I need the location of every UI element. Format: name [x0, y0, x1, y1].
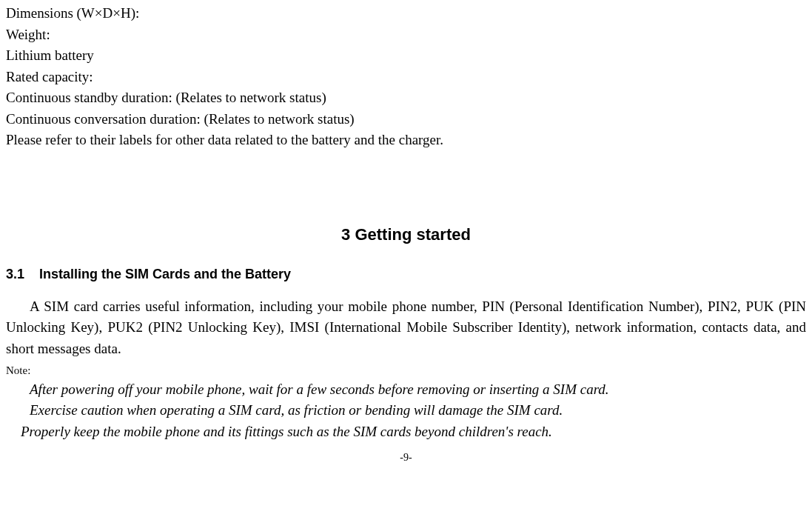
- section-title: 3.1Installing the SIM Cards and the Batt…: [6, 264, 806, 284]
- note-label: Note:: [6, 362, 806, 379]
- chapter-title: 3 Getting started: [6, 222, 806, 247]
- note-line-3: Properly keep the mobile phone and its f…: [6, 421, 806, 443]
- spec-rated-capacity: Rated capacity:: [6, 67, 806, 88]
- spec-standby-duration: Continuous standby duration: (Relates to…: [6, 87, 806, 109]
- note-line-1-text: After powering off your mobile phone, wa…: [30, 381, 609, 397]
- spec-conversation-duration: Continuous conversation duration: (Relat…: [6, 109, 806, 130]
- note-line-3-text: Properly keep the mobile phone and its f…: [21, 424, 552, 439]
- note-line-2: Exercise caution when operating a SIM ca…: [6, 400, 806, 421]
- body-paragraph-1: A SIM card carries useful information, i…: [6, 296, 806, 360]
- spec-label-reference: Please refer to their labels for other d…: [6, 130, 806, 151]
- body-paragraph-1-text: A SIM card carries useful information, i…: [6, 298, 806, 356]
- spec-weight: Weight:: [6, 24, 806, 46]
- spec-dimensions: Dimensions (W×D×H):: [6, 3, 806, 24]
- note-line-2-text: Exercise caution when operating a SIM ca…: [30, 402, 563, 418]
- page-number: -9-: [6, 450, 806, 465]
- section-number: 3.1: [6, 264, 24, 284]
- note-line-1: After powering off your mobile phone, wa…: [6, 379, 806, 401]
- section-heading-text: Installing the SIM Cards and the Battery: [39, 267, 291, 281]
- spec-battery-type: Lithium battery: [6, 45, 806, 67]
